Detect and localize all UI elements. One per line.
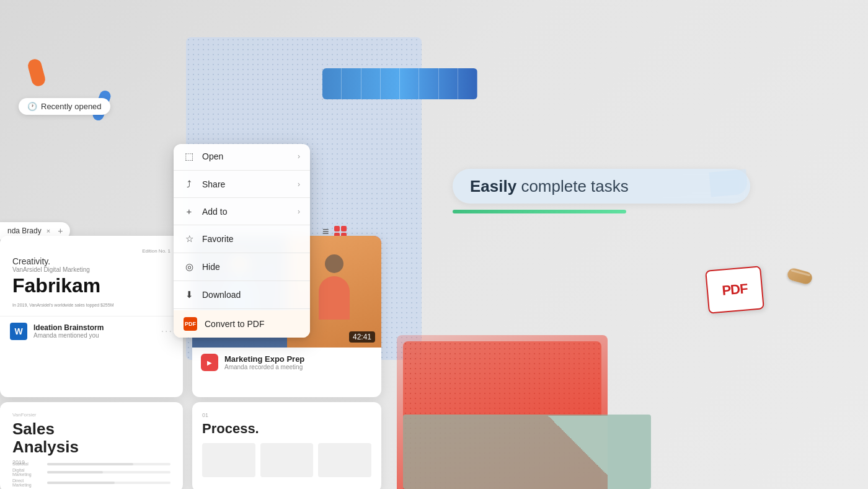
bc-sales-title: Sales Analysis [12, 420, 170, 455]
bar-label: Direct Marketing [12, 478, 43, 487]
person-head-2 [325, 254, 343, 273]
tab-add-button[interactable]: + [58, 226, 63, 236]
card-item-text: Ideation Brainstorm Amanda mentioned you [33, 323, 104, 339]
sales-analysis-card: VanForsier Sales Analysis 2019 Subtotal … [0, 402, 183, 489]
menu-item-addto-label: Add to [202, 207, 227, 217]
bar-segment [419, 68, 438, 99]
card-title: Fabrikam [12, 274, 170, 297]
bar-label: Digital Marketing [12, 468, 43, 477]
share-chevron-icon: › [298, 180, 300, 189]
tasks-banner: Easily complete tasks [453, 169, 750, 204]
menu-item-convert-pdf[interactable]: PDF Convert to PDF [174, 310, 310, 338]
hide-icon: ◎ [184, 261, 195, 272]
card-item-subtitle: Amanda mentioned you [33, 332, 104, 339]
bar-track [47, 471, 170, 473]
video-text: Marketing Expo Prep Amanda recorded a me… [224, 354, 304, 370]
menu-item-convert-pdf-label: Convert to PDF [205, 319, 264, 329]
process-title: Process. [202, 421, 371, 437]
menu-item-download-label: Download [202, 290, 241, 300]
video-info: ▶ Marketing Expo Prep Amanda recorded a … [192, 348, 381, 377]
menu-item-open-label: Open [202, 151, 223, 161]
video-title: Marketing Expo Prep [224, 354, 304, 364]
menu-item-share[interactable]: ⤴ Share › [174, 172, 310, 196]
fabrikam-card: Edition No. 1 Creativity. VanArsidel Dig… [0, 236, 183, 397]
tab-close-button[interactable]: × [46, 227, 50, 235]
bc-title-line2: Analysis [12, 437, 79, 456]
bc-title-line1: Sales [12, 419, 55, 438]
process-item-3 [318, 443, 371, 477]
menu-item-open[interactable]: ⬚ Open › [174, 144, 310, 169]
menu-item-addto[interactable]: + Add to › [174, 199, 310, 223]
bar-fill [47, 471, 103, 473]
open-icon: ⬚ [184, 151, 195, 162]
menu-item-favorite[interactable]: ☆ Favorite [174, 227, 310, 251]
tasks-banner-bold: Easily [470, 177, 516, 195]
person-silhouette-2 [316, 254, 353, 329]
bar-segment [400, 68, 419, 99]
process-item-2 [260, 443, 314, 477]
menu-divider [174, 280, 310, 281]
menu-divider [174, 225, 310, 225]
bar-chart: Subtotal Digital Marketing Direct Market… [12, 462, 170, 487]
tab-user-name: nda Brady [7, 227, 42, 235]
card-body-text: In 2019, VanArsidel's worldwide sales to… [12, 302, 170, 308]
tasks-banner-rest: complete tasks [516, 177, 629, 195]
recently-opened-pill[interactable]: 🕐 Recently opened [19, 98, 110, 115]
open-chevron-icon: › [298, 152, 300, 161]
pdf-icon-label: PDF [185, 321, 196, 327]
video-subtitle: Amanda recorded a meeting [224, 364, 304, 370]
process-card: 01 Process. [192, 402, 381, 489]
video-timestamp: 42:41 [349, 331, 375, 343]
pdf-badge: PDF [705, 266, 764, 314]
card-creativity: Creativity. [12, 256, 170, 266]
bar-segment [342, 68, 361, 99]
process-number: 01 [202, 412, 371, 418]
card-list-item[interactable]: W Ideation Brainstorm Amanda mentioned y… [0, 316, 183, 346]
bar-row: Direct Marketing [12, 478, 170, 487]
bar-track [47, 463, 170, 465]
menu-item-favorite-label: Favorite [202, 234, 234, 244]
teal-panel [403, 415, 651, 489]
bar-segment [322, 68, 342, 99]
word-icon: W [10, 323, 27, 340]
bar-segment [439, 68, 458, 99]
bar-label: Subtotal [12, 462, 43, 466]
bar-fill [47, 463, 133, 465]
bar-track [47, 482, 170, 484]
pdf-convert-icon: PDF [184, 317, 197, 331]
bar-row: Subtotal [12, 462, 170, 466]
bar-fill [47, 482, 115, 484]
bar-segment [361, 68, 381, 99]
share-icon: ⤴ [184, 179, 195, 189]
menu-divider [174, 170, 310, 171]
bar-row: Digital Marketing [12, 468, 170, 477]
recently-opened-label: Recently opened [41, 102, 102, 111]
process-item-1 [202, 443, 255, 477]
card-item-title: Ideation Brainstorm [33, 323, 104, 332]
bc-brand-label: VanForsier [12, 412, 170, 418]
addto-chevron-icon: › [298, 207, 300, 216]
menu-item-share-label: Share [202, 179, 225, 189]
bar-segment [381, 68, 400, 99]
tasks-banner-text: Easily complete tasks [470, 177, 629, 196]
bar-segment [458, 68, 477, 99]
download-icon: ⬇ [184, 289, 195, 300]
menu-divider [174, 253, 310, 253]
card-item-more-button[interactable]: ··· [161, 326, 173, 337]
menu-item-download[interactable]: ⬇ Download [174, 282, 310, 307]
green-accent-line [453, 210, 626, 213]
blue-accordion-bar [322, 68, 477, 99]
context-menu: ⬚ Open › ⤴ Share › + Add to › ☆ Favorite… [174, 144, 310, 338]
clock-icon: 🕐 [27, 102, 37, 111]
video-play-button[interactable]: ▶ [201, 354, 218, 371]
menu-item-hide-label: Hide [202, 262, 220, 272]
card-edition: Edition No. 1 [12, 248, 170, 254]
plus-icon: + [184, 206, 195, 217]
card-header: Edition No. 1 Creativity. VanArsidel Dig… [0, 236, 183, 316]
menu-divider [174, 197, 310, 198]
menu-item-hide[interactable]: ◎ Hide [174, 254, 310, 279]
process-grid [202, 443, 371, 477]
person-body-2 [319, 276, 350, 320]
pdf-badge-text: PDF [721, 280, 748, 298]
menu-divider [174, 308, 310, 309]
